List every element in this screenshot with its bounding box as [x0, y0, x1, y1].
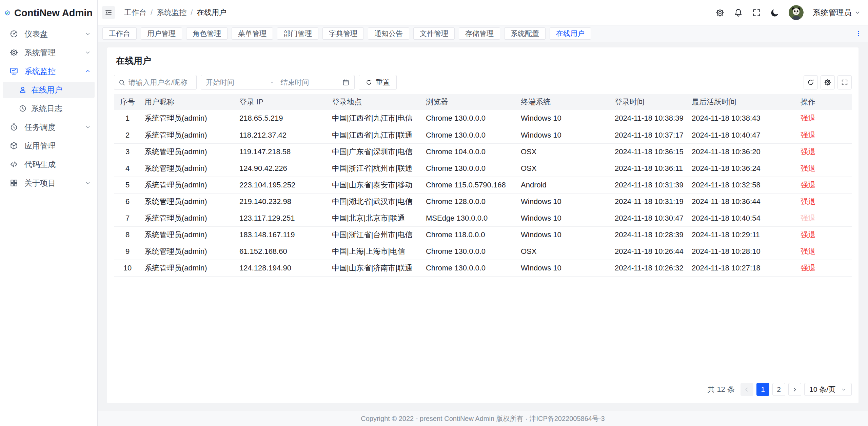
tab-bar: 工作台用户管理角色管理菜单管理部门管理字典管理通知公告文件管理存储管理系统配置在… [98, 25, 868, 42]
refresh-table-button[interactable] [804, 75, 818, 89]
force-logout-link[interactable]: 强退 [801, 230, 815, 239]
cell-location: 中国|湖北省|武汉市|电信 [329, 193, 422, 210]
fullscreen-icon[interactable] [752, 8, 761, 17]
sidebar-item-online-users[interactable]: 在线用户 [3, 82, 95, 98]
reset-button-label: 重置 [376, 78, 390, 87]
sidebar-item-about-project[interactable]: 关于项目 [3, 175, 95, 191]
column-header: 浏览器 [422, 94, 517, 110]
cell-login_time: 2024-11-18 10:36:11 [611, 160, 688, 177]
tab-bar-list: 工作台用户管理角色管理菜单管理部门管理字典管理通知公告文件管理存储管理系统配置在… [102, 27, 591, 40]
cell-location: 中国|上海|上海市|电信 [329, 243, 422, 260]
tab-11[interactable]: 在线用户 [550, 27, 591, 40]
page-button-1[interactable]: 1 [756, 383, 769, 396]
topbar-actions: 系统管理员 [715, 5, 861, 20]
force-logout-link[interactable]: 强退 [801, 247, 815, 256]
tab-actions-more-icon[interactable] [854, 29, 863, 38]
fullscreen-table-button[interactable] [837, 75, 852, 89]
column-header: 操作 [797, 94, 852, 110]
cell-actions: 强退 [797, 210, 852, 226]
sidebar-item-label: 应用管理 [24, 141, 56, 151]
column-header: 登录地点 [329, 94, 422, 110]
force-logout-link[interactable]: 强退 [801, 147, 815, 156]
force-logout-link[interactable]: 强退 [801, 131, 815, 139]
tab-3[interactable]: 角色管理 [186, 27, 228, 40]
cell-location: 中国|浙江省|台州市|电信 [329, 226, 422, 243]
page-button-2[interactable]: 2 [772, 383, 785, 396]
tab-5[interactable]: 部门管理 [277, 27, 318, 40]
chevron-down-icon [84, 31, 91, 37]
sidebar-item-task-scheduler[interactable]: 任务调度 [3, 119, 95, 135]
cell-login_time: 2024-11-18 10:28:39 [611, 226, 688, 243]
cell-login_time: 2024-11-18 10:31:19 [611, 193, 688, 210]
sidebar-item-dashboard[interactable]: 仪表盘 [3, 26, 95, 42]
column-settings-button[interactable] [821, 75, 835, 89]
cell-last_active: 2024-11-18 10:32:58 [688, 177, 797, 193]
chevron-right-icon [792, 387, 797, 392]
collapse-sidebar-button[interactable] [102, 6, 115, 19]
user-icon [19, 86, 27, 94]
cell-os: Windows 10 [517, 210, 611, 226]
next-page-button[interactable] [788, 383, 801, 396]
search-input[interactable] [129, 78, 192, 86]
reset-button[interactable]: 重置 [359, 75, 397, 90]
force-logout-link[interactable]: 强退 [801, 264, 815, 272]
main-column: 工作台 / 系统监控 / 在线用户 [98, 0, 868, 426]
cell-browser: Chrome 130.0.0.0 [422, 243, 517, 260]
dark-mode-moon-icon[interactable] [770, 8, 780, 17]
username: 系统管理员 [813, 7, 852, 18]
user-menu[interactable]: 系统管理员 [813, 7, 861, 18]
sidebar-item-system-logs[interactable]: 系统日志 [3, 100, 95, 117]
logo[interactable]: ContiNew Admin [0, 0, 97, 26]
notifications-bell-icon[interactable] [734, 8, 743, 17]
cell-os: OSX [517, 243, 611, 260]
breadcrumb-item[interactable]: 工作台 [124, 7, 146, 18]
cell-nickname: 系统管理员(admin) [141, 260, 236, 276]
cell-ip: 61.152.168.60 [236, 243, 329, 260]
column-header: 用户昵称 [141, 94, 236, 110]
cell-ip: 223.104.195.252 [236, 177, 329, 193]
cell-browser: Chrome 104.0.0.0 [422, 143, 517, 160]
sidebar-item-code-generator[interactable]: 代码生成 [3, 156, 95, 173]
table-row: 8系统管理员(admin)183.148.167.119中国|浙江省|台州市|电… [114, 226, 852, 243]
cell-browser: MSEdge 130.0.0.0 [422, 210, 517, 226]
force-logout-link[interactable]: 强退 [801, 181, 815, 189]
cell-no: 8 [114, 226, 141, 243]
sidebar-item-label: 系统日志 [31, 103, 62, 114]
table-row: 5系统管理员(admin)223.104.195.252中国|山东省|泰安市|移… [114, 177, 852, 193]
cell-location: 中国|山东省|济南市|联通 [329, 260, 422, 276]
sidebar-item-system-monitor[interactable]: 系统监控 [3, 63, 95, 79]
app-root: ContiNew Admin 仪表盘 系统管理 [0, 0, 868, 426]
chevron-down-icon [84, 180, 91, 186]
force-logout-link[interactable]: 强退 [801, 164, 815, 173]
cell-nickname: 系统管理员(admin) [141, 193, 236, 210]
table-row: 7系统管理员(admin)123.117.129.251中国|北京|北京市|联通… [114, 210, 852, 226]
page-size-select[interactable]: 10 条/页 [804, 383, 852, 396]
settings-gear-icon[interactable] [715, 8, 725, 17]
column-header: 登录 IP [236, 94, 329, 110]
tab-2[interactable]: 用户管理 [141, 27, 182, 40]
pagination: 共 12 条 1 2 10 条/页 [114, 376, 852, 396]
tab-8[interactable]: 文件管理 [413, 27, 455, 40]
cell-os: Windows 10 [517, 193, 611, 210]
sidebar-item-app-management[interactable]: 应用管理 [3, 138, 95, 154]
cell-location: 中国|北京|北京市|联通 [329, 210, 422, 226]
sidebar-item-label: 任务调度 [24, 122, 56, 133]
cell-no: 7 [114, 210, 141, 226]
tab-6[interactable]: 字典管理 [322, 27, 364, 40]
breadcrumb-item-current: 在线用户 [197, 7, 226, 18]
force-logout-link[interactable]: 强退 [801, 114, 815, 122]
tab-9[interactable]: 存储管理 [459, 27, 500, 40]
date-range-picker[interactable]: 开始时间 - 结束时间 [201, 75, 355, 90]
cell-actions: 强退 [797, 243, 852, 260]
tab-4[interactable]: 菜单管理 [232, 27, 273, 40]
tab-1[interactable]: 工作台 [102, 27, 137, 40]
cell-ip: 124.90.42.226 [236, 160, 329, 177]
avatar[interactable] [789, 5, 804, 20]
tab-7[interactable]: 通知公告 [368, 27, 409, 40]
force-logout-link[interactable]: 强退 [801, 197, 815, 206]
sidebar-item-system-management[interactable]: 系统管理 [3, 44, 95, 61]
cell-login_time: 2024-11-18 10:31:39 [611, 177, 688, 193]
tab-10[interactable]: 系统配置 [504, 27, 546, 40]
breadcrumb-item[interactable]: 系统监控 [157, 7, 186, 18]
sidebar-item-label: 在线用户 [31, 85, 62, 95]
